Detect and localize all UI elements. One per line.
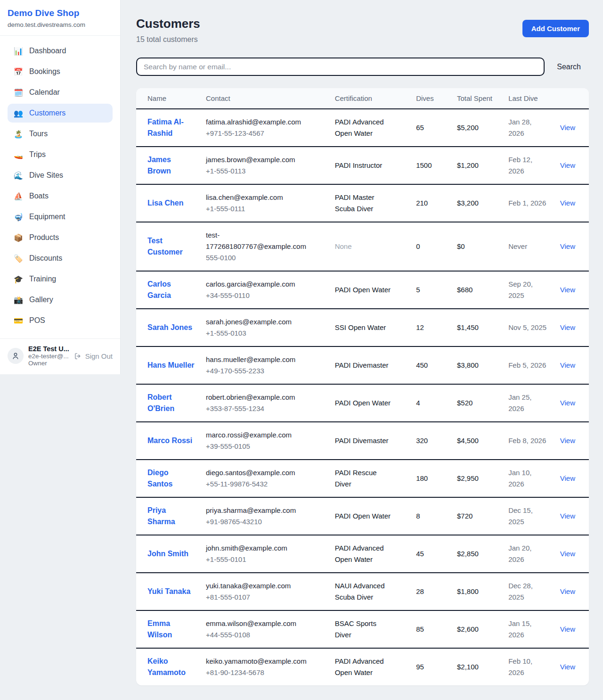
user-info: E2E Test U... e2e-tester@... Owner (28, 345, 69, 367)
sidebar-item-label: Calendar (29, 88, 60, 97)
view-link[interactable]: View (560, 474, 575, 482)
view-link[interactable]: View (560, 512, 575, 520)
customer-email: yuki.tanaka@example.com (206, 580, 316, 592)
view-link[interactable]: View (560, 199, 575, 207)
sidebar-item-dashboard[interactable]: 📊 Dashboard (8, 41, 113, 60)
sidebar-item-tours[interactable]: 🏝️ Tours (8, 124, 113, 143)
view-link[interactable]: View (560, 550, 575, 558)
page-title-block: Customers 15 total customers (136, 16, 200, 44)
search-button[interactable]: Search (545, 63, 589, 71)
customer-email: marco.rossi@example.com (206, 429, 316, 441)
view-link[interactable]: View (560, 625, 575, 633)
dives-count: 28 (416, 573, 457, 610)
nav-icon: 🌊 (14, 171, 23, 180)
sidebar-item-pos[interactable]: 💳 POS (8, 311, 113, 330)
nav-icon: 🎓 (14, 275, 23, 284)
customer-name-link[interactable]: John Smith (147, 548, 188, 560)
sidebar-item-calendar[interactable]: 🗓️ Calendar (8, 83, 113, 102)
sidebar-item-gallery[interactable]: 📸 Gallery (8, 290, 113, 309)
view-link[interactable]: View (560, 436, 575, 445)
dives-count: 180 (416, 460, 457, 497)
customer-name-link[interactable]: Yuki Tanaka (147, 586, 190, 597)
customer-email: diego.santos@example.com (206, 467, 316, 478)
view-link[interactable]: View (560, 242, 575, 250)
customer-phone: 555-0100 (206, 252, 316, 264)
user-email: e2e-tester@... (28, 353, 69, 360)
view-link[interactable]: View (560, 124, 575, 132)
certification-label: PADI Advanced Open Water (335, 657, 384, 676)
customer-phone: +81-555-0107 (206, 592, 316, 603)
sign-out-button[interactable]: Sign Out (74, 352, 113, 360)
sidebar-item-boats[interactable]: ⛵ Boats (8, 187, 113, 206)
customer-phone: +1-555-0101 (206, 554, 316, 565)
view-link[interactable]: View (560, 161, 575, 169)
customer-name-link[interactable]: Lisa Chen (147, 198, 183, 209)
customer-email: robert.obrien@example.com (206, 392, 316, 403)
customer-name-link[interactable]: Diego Santos (147, 467, 195, 490)
nav-icon: 📅 (14, 67, 23, 76)
col-header-dives: Dives (416, 88, 457, 109)
sidebar-item-training[interactable]: 🎓 Training (8, 270, 113, 288)
sidebar-item-trips[interactable]: 🚤 Trips (8, 145, 113, 164)
view-link[interactable]: View (560, 399, 575, 407)
certification-label: PADI Master Scuba Diver (335, 193, 375, 213)
total-spent: $3,200 (457, 184, 508, 222)
customer-name-link[interactable]: Carlos Garcia (147, 279, 195, 301)
view-link[interactable]: View (560, 286, 575, 294)
customer-name-link[interactable]: Test Customer (147, 235, 195, 258)
customer-phone: +49-170-555-2233 (206, 365, 316, 377)
nav-icon: ⛵ (14, 192, 23, 201)
total-spent: $1,200 (457, 147, 508, 184)
customer-name-link[interactable]: Robert O'Brien (147, 392, 195, 414)
view-link[interactable]: View (560, 361, 575, 369)
last-dive-date: Jan 15, 2026 (508, 618, 547, 641)
customer-phone: +1-555-0111 (206, 203, 316, 214)
customer-name-link[interactable]: Marco Rossi (147, 435, 192, 446)
brand-block: Demo Dive Shop demo.test.divestreams.com (0, 0, 120, 36)
sidebar-item-label: Products (29, 233, 59, 242)
view-link[interactable]: View (560, 587, 575, 595)
dives-count: 8 (416, 497, 457, 535)
certification-label: SSI Open Water (335, 323, 386, 331)
last-dive-date: Sep 20, 2025 (508, 279, 547, 301)
sidebar-item-label: Gallery (29, 296, 53, 304)
sidebar-item-bookings[interactable]: 📅 Bookings (8, 62, 113, 81)
total-spent: $3,800 (457, 346, 508, 384)
customer-name-link[interactable]: Hans Mueller (147, 360, 195, 371)
sidebar-item-dive-sites[interactable]: 🌊 Dive Sites (8, 166, 113, 185)
view-link[interactable]: View (560, 663, 575, 671)
sidebar-item-label: Tours (29, 130, 48, 138)
view-link[interactable]: View (560, 323, 575, 331)
shop-name[interactable]: Demo Dive Shop (8, 8, 113, 18)
user-icon (11, 352, 20, 360)
last-dive-date: Feb 12, 2026 (508, 154, 547, 177)
table-row: John Smith john.smith@example.com +1-555… (136, 535, 589, 573)
customer-name-link[interactable]: Fatima Al-Rashid (147, 116, 195, 139)
total-spent: $680 (457, 271, 508, 309)
nav-icon: 🤿 (14, 213, 23, 222)
customer-name-link[interactable]: Priya Sharma (147, 505, 195, 527)
customer-name-link[interactable]: Emma Wilson (147, 618, 195, 641)
sidebar-item-customers[interactable]: 👥 Customers (8, 104, 113, 123)
dives-count: 320 (416, 422, 457, 460)
last-dive-date: Jan 20, 2026 (508, 543, 547, 565)
table-row: Test Customer test-1772681807767@example… (136, 222, 589, 271)
search-input[interactable] (136, 58, 545, 76)
col-header-contact: Contact (206, 88, 335, 109)
search-form: Search (136, 58, 589, 76)
certification-label: PADI Divemaster (335, 436, 389, 445)
sidebar-item-products[interactable]: 📦 Products (8, 228, 113, 247)
customer-name-link[interactable]: Sarah Jones (147, 322, 192, 333)
sidebar-item-equipment[interactable]: 🤿 Equipment (8, 207, 113, 226)
add-customer-button[interactable]: Add Customer (522, 20, 589, 37)
table-row: Yuki Tanaka yuki.tanaka@example.com +81-… (136, 573, 589, 610)
customer-name-link[interactable]: James Brown (147, 154, 195, 177)
sidebar-item-discounts[interactable]: 🏷️ Discounts (8, 249, 113, 268)
table-row: Fatima Al-Rashid fatima.alrashid@example… (136, 109, 589, 147)
last-dive-date: Feb 1, 2026 (508, 198, 546, 209)
sidebar-item-label: Dive Sites (29, 171, 63, 180)
last-dive-date: Never (508, 241, 527, 252)
customer-name-link[interactable]: Keiko Yamamoto (147, 656, 195, 678)
col-header-total-spent: Total Spent (457, 88, 508, 109)
col-header-certification: Certification (335, 88, 416, 109)
